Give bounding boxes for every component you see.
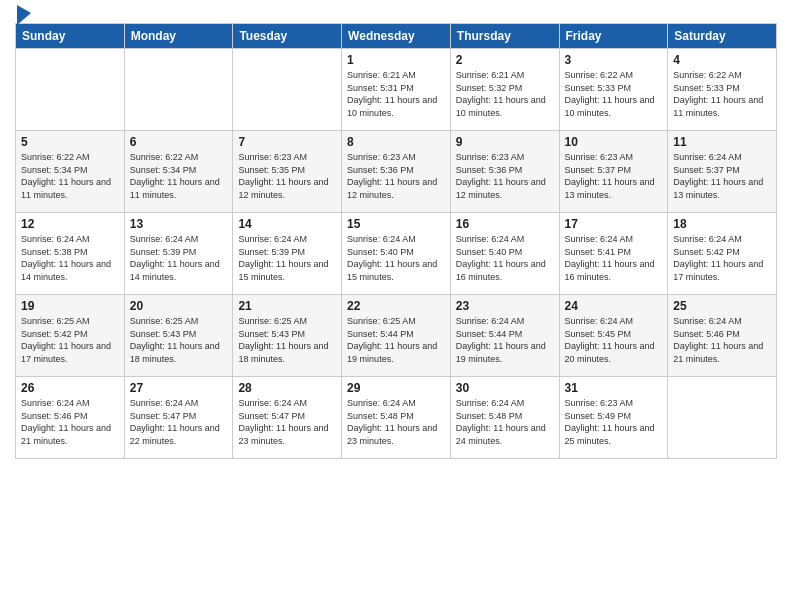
calendar-day-cell: 21Sunrise: 6:25 AM Sunset: 5:43 PM Dayli…: [233, 295, 342, 377]
day-number: 10: [565, 135, 663, 149]
weekday-header: Friday: [559, 24, 668, 49]
weekday-header: Saturday: [668, 24, 777, 49]
calendar-day-cell: 1Sunrise: 6:21 AM Sunset: 5:31 PM Daylig…: [342, 49, 451, 131]
day-number: 26: [21, 381, 119, 395]
day-number: 29: [347, 381, 445, 395]
day-info: Sunrise: 6:23 AM Sunset: 5:35 PM Dayligh…: [238, 151, 336, 201]
day-info: Sunrise: 6:25 AM Sunset: 5:43 PM Dayligh…: [130, 315, 228, 365]
calendar-day-cell: 13Sunrise: 6:24 AM Sunset: 5:39 PM Dayli…: [124, 213, 233, 295]
day-number: 11: [673, 135, 771, 149]
weekday-header: Wednesday: [342, 24, 451, 49]
day-info: Sunrise: 6:23 AM Sunset: 5:37 PM Dayligh…: [565, 151, 663, 201]
day-info: Sunrise: 6:23 AM Sunset: 5:36 PM Dayligh…: [347, 151, 445, 201]
header: [15, 10, 777, 15]
day-number: 19: [21, 299, 119, 313]
day-info: Sunrise: 6:22 AM Sunset: 5:33 PM Dayligh…: [673, 69, 771, 119]
calendar-day-cell: 23Sunrise: 6:24 AM Sunset: 5:44 PM Dayli…: [450, 295, 559, 377]
day-number: 22: [347, 299, 445, 313]
page: SundayMondayTuesdayWednesdayThursdayFrid…: [0, 0, 792, 612]
calendar-day-cell: 22Sunrise: 6:25 AM Sunset: 5:44 PM Dayli…: [342, 295, 451, 377]
day-info: Sunrise: 6:22 AM Sunset: 5:33 PM Dayligh…: [565, 69, 663, 119]
day-info: Sunrise: 6:25 AM Sunset: 5:43 PM Dayligh…: [238, 315, 336, 365]
day-number: 13: [130, 217, 228, 231]
day-number: 21: [238, 299, 336, 313]
calendar-day-cell: 6Sunrise: 6:22 AM Sunset: 5:34 PM Daylig…: [124, 131, 233, 213]
calendar-day-cell: 5Sunrise: 6:22 AM Sunset: 5:34 PM Daylig…: [16, 131, 125, 213]
day-number: 9: [456, 135, 554, 149]
calendar-day-cell: 31Sunrise: 6:23 AM Sunset: 5:49 PM Dayli…: [559, 377, 668, 459]
day-info: Sunrise: 6:25 AM Sunset: 5:42 PM Dayligh…: [21, 315, 119, 365]
calendar-table: SundayMondayTuesdayWednesdayThursdayFrid…: [15, 23, 777, 459]
day-number: 20: [130, 299, 228, 313]
day-info: Sunrise: 6:24 AM Sunset: 5:44 PM Dayligh…: [456, 315, 554, 365]
day-info: Sunrise: 6:22 AM Sunset: 5:34 PM Dayligh…: [130, 151, 228, 201]
calendar-day-cell: [16, 49, 125, 131]
day-info: Sunrise: 6:24 AM Sunset: 5:42 PM Dayligh…: [673, 233, 771, 283]
day-number: 7: [238, 135, 336, 149]
calendar-week-row: 26Sunrise: 6:24 AM Sunset: 5:46 PM Dayli…: [16, 377, 777, 459]
calendar-week-row: 12Sunrise: 6:24 AM Sunset: 5:38 PM Dayli…: [16, 213, 777, 295]
calendar-day-cell: 28Sunrise: 6:24 AM Sunset: 5:47 PM Dayli…: [233, 377, 342, 459]
calendar-day-cell: 17Sunrise: 6:24 AM Sunset: 5:41 PM Dayli…: [559, 213, 668, 295]
day-info: Sunrise: 6:24 AM Sunset: 5:46 PM Dayligh…: [21, 397, 119, 447]
day-info: Sunrise: 6:24 AM Sunset: 5:40 PM Dayligh…: [456, 233, 554, 283]
day-info: Sunrise: 6:24 AM Sunset: 5:41 PM Dayligh…: [565, 233, 663, 283]
day-number: 4: [673, 53, 771, 67]
calendar-day-cell: 24Sunrise: 6:24 AM Sunset: 5:45 PM Dayli…: [559, 295, 668, 377]
day-info: Sunrise: 6:24 AM Sunset: 5:48 PM Dayligh…: [347, 397, 445, 447]
calendar-week-row: 1Sunrise: 6:21 AM Sunset: 5:31 PM Daylig…: [16, 49, 777, 131]
calendar-day-cell: 10Sunrise: 6:23 AM Sunset: 5:37 PM Dayli…: [559, 131, 668, 213]
day-number: 30: [456, 381, 554, 395]
calendar-day-cell: 7Sunrise: 6:23 AM Sunset: 5:35 PM Daylig…: [233, 131, 342, 213]
calendar-day-cell: 8Sunrise: 6:23 AM Sunset: 5:36 PM Daylig…: [342, 131, 451, 213]
svg-marker-0: [17, 5, 31, 25]
calendar-body: 1Sunrise: 6:21 AM Sunset: 5:31 PM Daylig…: [16, 49, 777, 459]
day-info: Sunrise: 6:24 AM Sunset: 5:46 PM Dayligh…: [673, 315, 771, 365]
calendar-day-cell: 20Sunrise: 6:25 AM Sunset: 5:43 PM Dayli…: [124, 295, 233, 377]
calendar-day-cell: [233, 49, 342, 131]
calendar-day-cell: [668, 377, 777, 459]
day-info: Sunrise: 6:24 AM Sunset: 5:39 PM Dayligh…: [130, 233, 228, 283]
day-number: 16: [456, 217, 554, 231]
calendar-day-cell: 29Sunrise: 6:24 AM Sunset: 5:48 PM Dayli…: [342, 377, 451, 459]
day-number: 12: [21, 217, 119, 231]
day-info: Sunrise: 6:24 AM Sunset: 5:39 PM Dayligh…: [238, 233, 336, 283]
day-number: 14: [238, 217, 336, 231]
day-number: 8: [347, 135, 445, 149]
day-info: Sunrise: 6:25 AM Sunset: 5:44 PM Dayligh…: [347, 315, 445, 365]
day-info: Sunrise: 6:24 AM Sunset: 5:38 PM Dayligh…: [21, 233, 119, 283]
calendar-day-cell: 12Sunrise: 6:24 AM Sunset: 5:38 PM Dayli…: [16, 213, 125, 295]
weekday-header: Thursday: [450, 24, 559, 49]
day-number: 3: [565, 53, 663, 67]
calendar-day-cell: 27Sunrise: 6:24 AM Sunset: 5:47 PM Dayli…: [124, 377, 233, 459]
day-number: 2: [456, 53, 554, 67]
weekday-header: Tuesday: [233, 24, 342, 49]
day-number: 18: [673, 217, 771, 231]
day-number: 17: [565, 217, 663, 231]
calendar-day-cell: [124, 49, 233, 131]
day-info: Sunrise: 6:24 AM Sunset: 5:47 PM Dayligh…: [130, 397, 228, 447]
calendar-day-cell: 26Sunrise: 6:24 AM Sunset: 5:46 PM Dayli…: [16, 377, 125, 459]
weekday-header: Monday: [124, 24, 233, 49]
day-number: 6: [130, 135, 228, 149]
day-number: 27: [130, 381, 228, 395]
day-info: Sunrise: 6:24 AM Sunset: 5:47 PM Dayligh…: [238, 397, 336, 447]
day-number: 28: [238, 381, 336, 395]
day-info: Sunrise: 6:24 AM Sunset: 5:40 PM Dayligh…: [347, 233, 445, 283]
calendar-header-row: SundayMondayTuesdayWednesdayThursdayFrid…: [16, 24, 777, 49]
day-number: 15: [347, 217, 445, 231]
day-number: 31: [565, 381, 663, 395]
calendar-week-row: 19Sunrise: 6:25 AM Sunset: 5:42 PM Dayli…: [16, 295, 777, 377]
calendar-day-cell: 16Sunrise: 6:24 AM Sunset: 5:40 PM Dayli…: [450, 213, 559, 295]
calendar-day-cell: 19Sunrise: 6:25 AM Sunset: 5:42 PM Dayli…: [16, 295, 125, 377]
day-number: 24: [565, 299, 663, 313]
calendar-day-cell: 4Sunrise: 6:22 AM Sunset: 5:33 PM Daylig…: [668, 49, 777, 131]
day-info: Sunrise: 6:22 AM Sunset: 5:34 PM Dayligh…: [21, 151, 119, 201]
day-number: 5: [21, 135, 119, 149]
calendar-day-cell: 18Sunrise: 6:24 AM Sunset: 5:42 PM Dayli…: [668, 213, 777, 295]
day-number: 1: [347, 53, 445, 67]
day-info: Sunrise: 6:24 AM Sunset: 5:45 PM Dayligh…: [565, 315, 663, 365]
calendar-day-cell: 30Sunrise: 6:24 AM Sunset: 5:48 PM Dayli…: [450, 377, 559, 459]
day-info: Sunrise: 6:23 AM Sunset: 5:36 PM Dayligh…: [456, 151, 554, 201]
day-info: Sunrise: 6:21 AM Sunset: 5:32 PM Dayligh…: [456, 69, 554, 119]
